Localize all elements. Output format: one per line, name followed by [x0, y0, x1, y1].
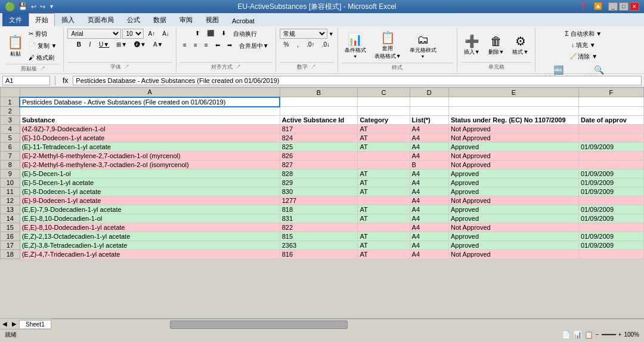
cell-15-4[interactable]: Not Approved — [449, 223, 579, 232]
percent-btn[interactable]: % — [280, 40, 292, 49]
bottom-align-btn[interactable]: ⬇ — [218, 29, 229, 39]
cell-10-0[interactable]: (E)-5-Decen-1-yl acetate — [20, 178, 280, 187]
cell-6-1[interactable]: 825 — [280, 143, 358, 152]
align-center-btn[interactable]: ≡ — [191, 41, 200, 51]
decrease-indent-btn[interactable]: ⬅ — [212, 41, 223, 51]
fill-color-btn[interactable]: 🅐▼ — [131, 40, 149, 49]
format-painter-button[interactable]: 🖌 格式刷 — [26, 53, 60, 63]
cell-14-1[interactable]: 831 — [280, 214, 358, 223]
cell-10-2[interactable]: AT — [358, 178, 410, 187]
cell-4-0[interactable]: (4Z-9Z)-7,9-Dodecadien-1-ol — [20, 125, 280, 134]
ribbon-collapse-btn[interactable]: 🔼 — [594, 2, 602, 11]
cell-12-3[interactable]: A4 — [410, 196, 448, 205]
scroll-thumb[interactable] — [170, 321, 348, 329]
cell-14-4[interactable]: Approved — [449, 214, 579, 223]
merge-center-btn[interactable]: 合并居中▼ — [236, 41, 272, 51]
cell-10-5[interactable]: 01/09/2009 — [578, 178, 643, 187]
cell-2-1[interactable] — [280, 107, 358, 116]
font-color-btn[interactable]: A▼ — [150, 40, 166, 49]
cell-5-4[interactable]: Not Approved — [449, 134, 579, 143]
row-header-6[interactable]: 6 — [1, 143, 20, 152]
cell-3-1[interactable]: Active Substance Id — [280, 116, 358, 125]
cell-12-2[interactable] — [358, 196, 410, 205]
cell-5-3[interactable]: A4 — [410, 134, 448, 143]
cell-18-2[interactable]: AT — [358, 250, 410, 259]
tab-file[interactable]: 文件 — [2, 13, 29, 26]
cell-14-2[interactable]: AT — [358, 214, 410, 223]
cell-15-2[interactable] — [358, 223, 410, 232]
zoom-out-btn[interactable]: − — [596, 331, 599, 338]
cell-6-2[interactable]: AT — [358, 143, 410, 152]
increase-font-btn[interactable]: A↑ — [145, 29, 158, 38]
cell-13-0[interactable]: (E,E)-7,9-Dodecadien-1-yl acetate — [20, 205, 280, 214]
sheet-tab-sheet1[interactable]: Sheet1 — [19, 320, 51, 328]
cell-7-0[interactable]: (E)-2-Methyl-6-methylene-2,7-octadien-1-… — [20, 152, 280, 161]
cell-5-1[interactable]: 824 — [280, 134, 358, 143]
cell-7-5[interactable] — [578, 152, 643, 161]
cell-13-1[interactable]: 818 — [280, 205, 358, 214]
cell-4-5[interactable] — [578, 125, 643, 134]
cell-1-1[interactable] — [280, 97, 358, 107]
row-header-18[interactable]: 18 — [1, 250, 20, 259]
col-header-a[interactable]: A — [20, 88, 280, 97]
row-header-1[interactable]: 1 — [1, 97, 20, 107]
autosum-btn[interactable]: Σ 自动求和 ▼ — [562, 29, 605, 39]
format-cell-btn[interactable]: ⚙ 格式▼ — [509, 32, 531, 58]
cell-1-2[interactable] — [358, 97, 410, 107]
selected-cell[interactable]: Pesticides Database - Active Substances … — [20, 97, 280, 107]
format-table-btn[interactable]: 📋 套用 表格格式▼ — [371, 29, 404, 62]
cell-10-3[interactable]: A4 — [410, 178, 448, 187]
cell-12-0[interactable]: (E)-9-Dodecen-1-yl acetate — [20, 196, 280, 205]
cell-8-5[interactable] — [578, 161, 643, 170]
font-family-select[interactable]: Arial — [67, 29, 121, 39]
col-header-f[interactable]: F — [578, 88, 643, 97]
sheet-nav-right[interactable]: ▶ — [10, 321, 19, 327]
cell-11-1[interactable]: 830 — [280, 187, 358, 196]
tab-acrobat[interactable]: Acrobat — [225, 15, 261, 26]
cell-11-4[interactable]: Approved — [449, 187, 579, 196]
cell-2-4[interactable] — [449, 107, 579, 116]
row-header-10[interactable]: 10 — [1, 178, 20, 187]
cell-10-1[interactable]: 829 — [280, 178, 358, 187]
cell-3-3[interactable]: List(*) — [410, 116, 448, 125]
table-row[interactable]: 17(E,Z)-3,8-Tetradecadien-1-yl acetate23… — [1, 241, 644, 250]
zoom-slider[interactable]: ━━━━ — [602, 331, 616, 338]
row-header-11[interactable]: 11 — [1, 187, 20, 196]
number-format-select[interactable]: 常规 — [280, 29, 327, 39]
wrap-text-btn[interactable]: 自动换行 — [230, 29, 260, 39]
table-row[interactable]: 14(E,E)-8,10-Dodecadien-1-ol831ATA4Appro… — [1, 214, 644, 223]
cell-5-2[interactable]: AT — [358, 134, 410, 143]
align-left-btn[interactable]: ≡ — [180, 41, 190, 51]
quick-access-redo[interactable]: ↪ — [40, 3, 45, 11]
formula-input[interactable] — [73, 76, 642, 85]
insert-cell-btn[interactable]: ➕ 插入▼ — [461, 32, 483, 58]
help-btn[interactable]: ❓ — [580, 2, 588, 11]
cell-13-2[interactable]: AT — [358, 205, 410, 214]
align-right-btn[interactable]: ≡ — [202, 41, 211, 51]
tab-review[interactable]: 审阅 — [173, 13, 199, 26]
conditional-format-btn[interactable]: 📊 条件格式 ▼ — [342, 30, 369, 60]
tab-view[interactable]: 视图 — [199, 13, 225, 26]
row-header-15[interactable]: 15 — [1, 223, 20, 232]
table-row[interactable]: 11(E)-8-Dodecen-1-yl acetate830ATA4Appro… — [1, 187, 644, 196]
paste-button[interactable]: 📋 粘贴 — [6, 33, 24, 59]
cell-3-4[interactable]: Status under Reg. (EC) No 1107/2009 — [449, 116, 579, 125]
cell-17-5[interactable]: 01/09/2009 — [578, 241, 643, 250]
row-header-8[interactable]: 8 — [1, 161, 20, 170]
clear-btn[interactable]: 🧹 清除 ▼ — [566, 51, 600, 62]
cell-8-1[interactable]: 827 — [280, 161, 358, 170]
cell-7-4[interactable]: Not Approved — [449, 152, 579, 161]
cell-9-3[interactable]: A4 — [410, 170, 448, 178]
cell-15-0[interactable]: (E,E)-8,10-Dodecadien-1-yl acetate — [20, 223, 280, 232]
quick-access-undo[interactable]: ↩ — [31, 3, 36, 11]
cell-9-2[interactable]: AT — [358, 170, 410, 178]
cell-3-2[interactable]: Category — [358, 116, 410, 125]
col-header-e[interactable]: E — [449, 88, 579, 97]
cell-18-3[interactable]: A4 — [410, 250, 448, 259]
cell-3-5[interactable]: Date of approv — [578, 116, 643, 125]
cell-2-3[interactable] — [410, 107, 448, 116]
cell-6-0[interactable]: (E)-11-Tetradecen-1-yl acetate — [20, 143, 280, 152]
tab-pagelayout[interactable]: 页面布局 — [81, 13, 120, 26]
cell-11-0[interactable]: (E)-8-Dodecen-1-yl acetate — [20, 187, 280, 196]
cell-1-5[interactable] — [578, 97, 643, 107]
